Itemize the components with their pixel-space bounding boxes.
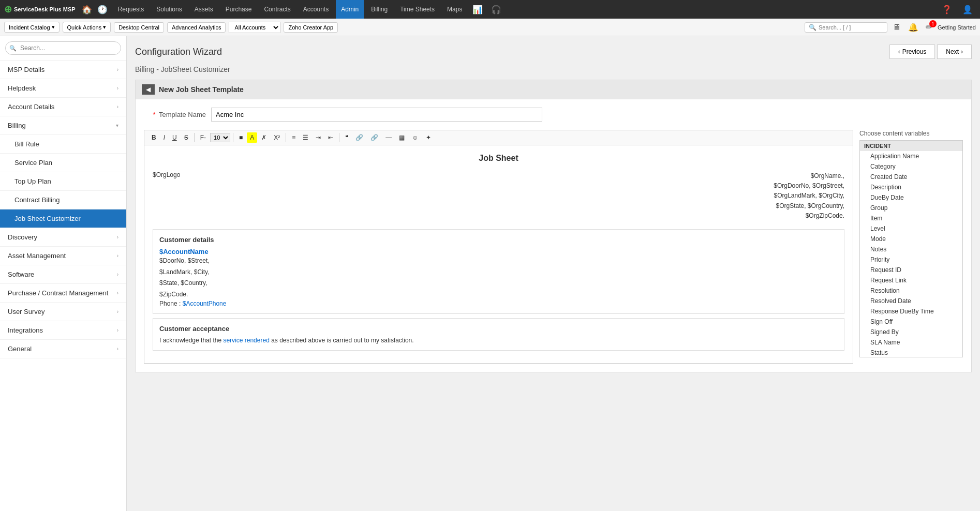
- var-item[interactable]: Resolved Date: [860, 296, 962, 306]
- template-name-input[interactable]: [211, 108, 542, 122]
- desktop-central-btn[interactable]: Desktop Central: [114, 22, 164, 33]
- sidebar-item-user-survey[interactable]: User Survey ›: [0, 303, 126, 321]
- getting-started-link[interactable]: Getting Started: [938, 24, 976, 31]
- divider: [233, 133, 233, 142]
- font-size-select[interactable]: 10121416: [210, 133, 230, 142]
- user-icon[interactable]: 👤: [959, 4, 976, 16]
- sidebar-search-input[interactable]: [5, 41, 121, 55]
- nav-admin[interactable]: Admin: [336, 0, 364, 19]
- blockquote-button[interactable]: ❝: [342, 132, 351, 143]
- incident-catalog-btn[interactable]: Incident Catalog ▾: [4, 22, 60, 33]
- notification-icon[interactable]: 🔔: [906, 21, 920, 33]
- org-address: $OrgName., $OrgDoorNo, $OrgStreet, $OrgL…: [774, 171, 844, 221]
- advanced-analytics-btn[interactable]: Advanced Analytics: [167, 22, 226, 33]
- outdent-button[interactable]: ⇤: [325, 132, 336, 143]
- nav-contracts[interactable]: Contracts: [259, 0, 295, 19]
- app-logo[interactable]: ⊕ ServiceDesk Plus MSP: [4, 4, 76, 15]
- sidebar-item-msp-details[interactable]: MSP Details ›: [0, 61, 126, 79]
- indent-button[interactable]: ⇥: [313, 132, 324, 143]
- link-button[interactable]: 🔗: [352, 132, 366, 143]
- customer-acceptance-section: Customer acceptance I acknowledge that t…: [153, 318, 844, 351]
- global-search-input[interactable]: [805, 22, 887, 33]
- zoho-creator-btn[interactable]: Zoho Creator App: [284, 22, 338, 33]
- sidebar-item-asset-management[interactable]: Asset Management ›: [0, 247, 126, 265]
- sidebar-item-software[interactable]: Software ›: [0, 265, 126, 284]
- unlink-button[interactable]: 🔗: [367, 132, 381, 143]
- sidebar-item-top-up-plan[interactable]: Top Up Plan: [0, 172, 126, 191]
- divider: [339, 133, 339, 142]
- var-item[interactable]: Sign Off: [860, 317, 962, 327]
- var-item[interactable]: Mode: [860, 234, 962, 244]
- var-item[interactable]: Resolution: [860, 285, 962, 296]
- italic-button[interactable]: I: [160, 132, 168, 143]
- highlight-button[interactable]: A: [247, 132, 257, 143]
- nav-timesheets[interactable]: Time Sheets: [395, 0, 440, 19]
- previous-button[interactable]: ‹ Previous: [889, 44, 936, 59]
- quick-actions-label: Quick Actions: [67, 24, 102, 31]
- var-item[interactable]: Notes: [860, 244, 962, 254]
- var-item[interactable]: Group: [860, 203, 962, 213]
- var-item[interactable]: Request ID: [860, 265, 962, 275]
- quick-actions-btn[interactable]: Quick Actions ▾: [63, 22, 111, 33]
- all-accounts-select[interactable]: All Accounts: [229, 22, 280, 33]
- screen-icon[interactable]: 🖥: [890, 22, 903, 33]
- back-button[interactable]: ◀: [142, 84, 155, 95]
- nav-solutions[interactable]: Solutions: [151, 0, 187, 19]
- sidebar-item-contract-billing[interactable]: Contract Billing: [0, 191, 126, 209]
- next-button[interactable]: Next ›: [937, 44, 972, 59]
- superscript-button[interactable]: X²: [271, 132, 283, 143]
- editor-wrap: B I U S F- 10121416 ■ A ✗: [144, 130, 853, 364]
- sidebar-item-integrations[interactable]: Integrations ›: [0, 321, 126, 340]
- editor-content[interactable]: Job Sheet $OrgLogo $OrgName., $OrgDoorNo…: [144, 145, 853, 364]
- bold-button[interactable]: B: [149, 132, 159, 143]
- customer-details-heading: Customer details: [159, 236, 838, 244]
- nav-maps[interactable]: Maps: [442, 0, 467, 19]
- nav-requests[interactable]: Requests: [113, 0, 150, 19]
- var-item[interactable]: Request Link: [860, 275, 962, 285]
- var-item[interactable]: Signed By: [860, 327, 962, 337]
- history-icon[interactable]: 🕐: [94, 4, 111, 16]
- sidebar-item-job-sheet-customizer[interactable]: Job Sheet Customizer: [0, 209, 126, 228]
- clear-format-button[interactable]: ✗: [258, 132, 270, 143]
- var-item[interactable]: DueBy Date: [860, 192, 962, 203]
- underline-button[interactable]: U: [169, 132, 180, 143]
- sidebar-item-helpdesk[interactable]: Helpdesk ›: [0, 79, 126, 98]
- var-item[interactable]: Category: [860, 161, 962, 172]
- strikethrough-button[interactable]: S: [181, 132, 191, 143]
- sidebar-item-service-plan[interactable]: Service Plan: [0, 154, 126, 172]
- var-item[interactable]: Application Name: [860, 151, 962, 161]
- var-item[interactable]: SLA Name: [860, 337, 962, 348]
- table-button[interactable]: ▦: [396, 132, 408, 143]
- sidebar-item-bill-rule[interactable]: Bill Rule: [0, 135, 126, 154]
- help-icon[interactable]: ❓: [939, 4, 955, 16]
- chart-icon[interactable]: 📊: [469, 4, 486, 16]
- sidebar-item-purchase-contract-mgmt[interactable]: Purchase / Contract Management ›: [0, 284, 126, 303]
- nav-billing[interactable]: Billing: [366, 0, 393, 19]
- emoji-button[interactable]: ☺: [409, 132, 421, 143]
- align-button[interactable]: ≡: [289, 132, 299, 143]
- headset-icon[interactable]: 🎧: [488, 4, 504, 16]
- sidebar-item-discovery[interactable]: Discovery ›: [0, 228, 126, 247]
- var-item[interactable]: Description: [860, 182, 962, 192]
- variables-panel: Choose content variables INCIDENT Applic…: [859, 130, 963, 364]
- home-icon[interactable]: 🏠: [82, 5, 92, 14]
- nav-accounts[interactable]: Accounts: [298, 0, 334, 19]
- nav-assets[interactable]: Assets: [189, 0, 218, 19]
- sidebar-item-account-details[interactable]: Account Details ›: [0, 98, 126, 116]
- sidebar-item-label: Top Up Plan: [14, 177, 51, 185]
- special-char-button[interactable]: ✦: [423, 132, 434, 143]
- text-color-button[interactable]: ■: [236, 132, 246, 143]
- var-item[interactable]: Level: [860, 223, 962, 234]
- nav-purchase[interactable]: Purchase: [220, 0, 257, 19]
- font-button[interactable]: F-: [197, 132, 209, 143]
- var-item[interactable]: Response DueBy Time: [860, 306, 962, 317]
- sidebar-item-general[interactable]: General ›: [0, 340, 126, 358]
- hr-button[interactable]: —: [382, 132, 395, 143]
- sidebar-item-billing[interactable]: Billing ▾: [0, 116, 126, 135]
- list-button[interactable]: ☰: [300, 132, 311, 143]
- var-item[interactable]: Status: [860, 348, 962, 357]
- var-item[interactable]: Created Date: [860, 172, 962, 182]
- var-item[interactable]: Item: [860, 213, 962, 223]
- var-item[interactable]: Priority: [860, 254, 962, 265]
- jobsheet-card: ◀ New Job Sheet Template * Template Name: [135, 80, 972, 372]
